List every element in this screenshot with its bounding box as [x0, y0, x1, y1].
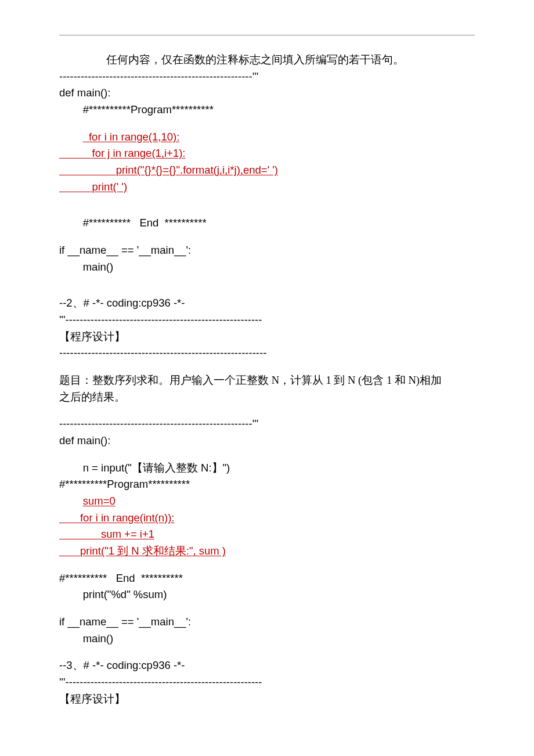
- comment-end: #********** End **********: [59, 215, 475, 232]
- input-line: n = input("【请输入整数 N:】"): [59, 460, 475, 477]
- def-main: def main():: [59, 85, 475, 102]
- header-rule: [59, 35, 475, 35]
- q3-header: --3、# -*- coding:cp936 -*-: [59, 657, 475, 674]
- triple-quote-open: '''-------------------------------------…: [59, 674, 475, 691]
- dashes: ----------------------------------------…: [59, 345, 475, 362]
- q2-desc-line1: 题目：整数序列求和。用户输入一个正整数 N，计算从 1 到 N (包含 1 和 …: [59, 372, 475, 389]
- comment-end: #********** End **********: [59, 570, 475, 587]
- triple-quote-open: '''-------------------------------------…: [59, 312, 475, 329]
- document-page: 任何内容，仅在函数的注释标志之间填入所编写的若干语句。 ------------…: [0, 0, 534, 743]
- spacer: [59, 362, 475, 372]
- section-label: 【程序设计】: [59, 329, 475, 345]
- spacer: [59, 195, 475, 215]
- main-call: main(): [59, 259, 475, 276]
- answer-code: for i in range(1,10):: [59, 129, 475, 146]
- answer-code: for i in range(int(n)):: [59, 510, 475, 527]
- print-sum: print("%d" %sum): [59, 586, 475, 603]
- answer-code: for j in range(1,i+1):: [59, 145, 475, 162]
- def-main: def main():: [59, 433, 475, 449]
- answer-code: print("1 到 N 求和结果:", sum ): [59, 543, 475, 560]
- spacer: [59, 603, 475, 614]
- dashes-close: ----------------------------------------…: [59, 416, 475, 433]
- spacer: [59, 118, 475, 129]
- intro-text: 任何内容，仅在函数的注释标志之间填入所编写的若干语句。: [59, 52, 475, 69]
- spacer: [59, 275, 475, 295]
- main-call: main(): [59, 631, 475, 647]
- spacer: [59, 449, 475, 460]
- comment-program: #**********Program**********: [59, 476, 475, 493]
- dashes-close: ----------------------------------------…: [59, 69, 475, 85]
- spacer: [59, 647, 475, 657]
- answer-code: print(' '): [59, 179, 475, 196]
- comment-program: #**********Program**********: [59, 102, 475, 118]
- spacer: [59, 560, 475, 570]
- spacer: [59, 405, 475, 416]
- spacer: [59, 232, 475, 242]
- q2-desc-line2: 之后的结果。: [59, 389, 475, 406]
- answer-code: sum += i+1: [59, 526, 475, 543]
- section-label: 【程序设计】: [59, 691, 475, 708]
- answer-code: sum=0: [59, 493, 475, 510]
- answer-code: print("{}*{}={}".format(j,i,i*j),end=' '…: [59, 162, 475, 179]
- q2-header: --2、# -*- coding:cp936 -*-: [59, 295, 475, 312]
- if-name-main: if __name__ == '__main__':: [59, 614, 475, 631]
- if-name-main: if __name__ == '__main__':: [59, 242, 475, 259]
